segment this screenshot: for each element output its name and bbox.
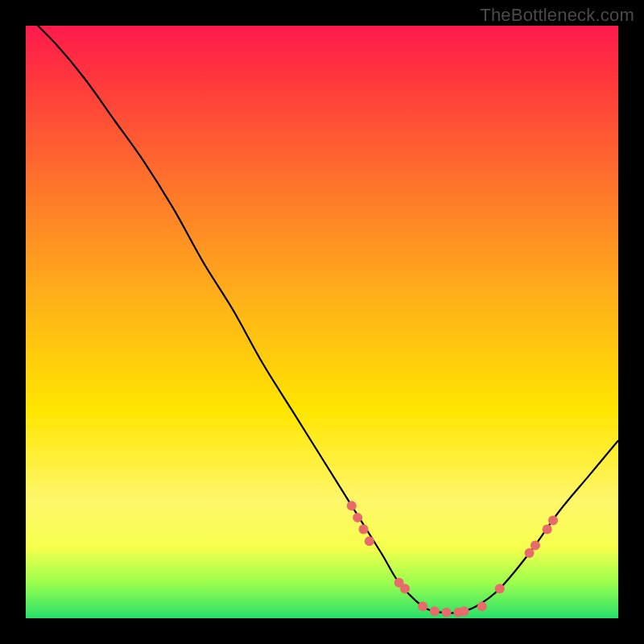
curve-marker (359, 525, 369, 535)
curve-marker (400, 584, 410, 593)
curve-marker (477, 601, 487, 611)
curve-marker (353, 513, 362, 522)
curve-marker (543, 525, 552, 535)
curve-marker (430, 606, 440, 616)
curve-marker (495, 584, 505, 593)
chart-frame: TheBottleneck.com (0, 0, 644, 644)
bottleneck-curve (26, 26, 618, 613)
curve-marker (418, 601, 427, 611)
curve-marker (365, 536, 374, 546)
watermark-text: TheBottleneck.com (480, 5, 634, 26)
curve-marker (525, 548, 535, 558)
curve-marker (460, 606, 469, 616)
curve-layer (26, 26, 618, 618)
curve-marker (442, 608, 452, 617)
plot-area (26, 26, 618, 618)
curve-markers (347, 501, 558, 617)
curve-marker (530, 540, 540, 550)
curve-marker (548, 516, 558, 526)
curve-marker (347, 501, 357, 510)
